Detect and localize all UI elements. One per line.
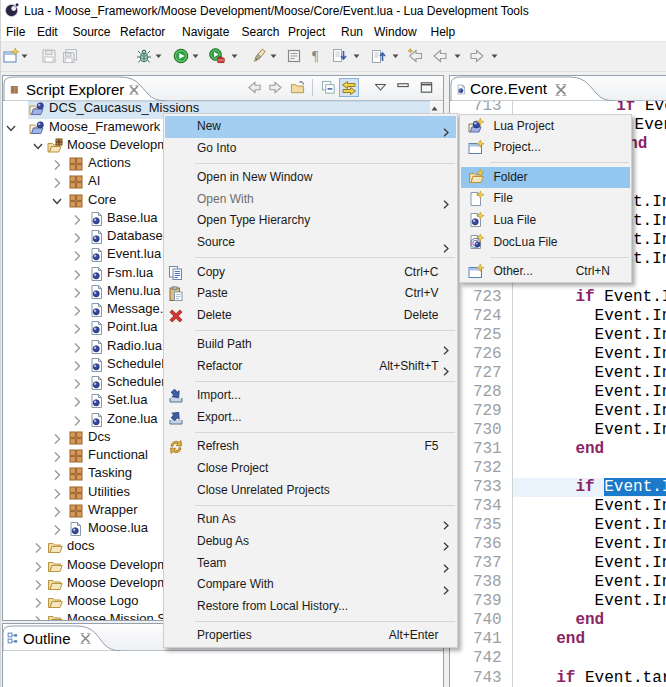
svg-text:¶: ¶: [312, 49, 319, 64]
